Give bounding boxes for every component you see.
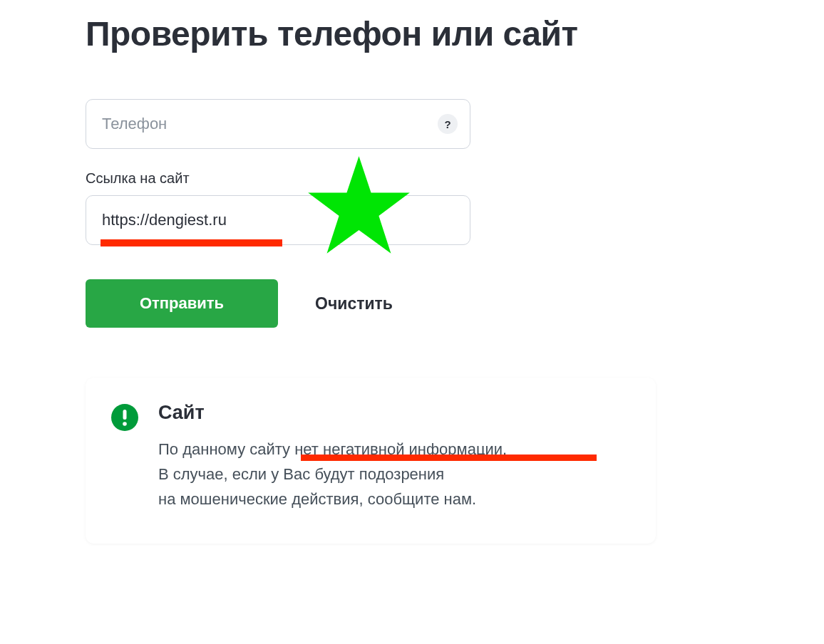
phone-input[interactable] (86, 99, 470, 149)
result-card: Сайт По данному сайту нет негативной инф… (86, 378, 656, 544)
result-line-3: на мошенические действия, сообщите нам. (158, 487, 630, 511)
result-title: Сайт (158, 402, 630, 424)
annotation-underline-icon (101, 239, 282, 246)
site-field-label: Ссылка на сайт (86, 170, 738, 187)
annotation-underline-icon (301, 455, 597, 461)
svg-point-3 (123, 422, 127, 426)
phone-help-button[interactable]: ? (438, 114, 458, 134)
result-line-2: В случае, если у Вас будут подозрения (158, 462, 630, 487)
result-text: По данному сайту нет негативной информац… (158, 437, 630, 512)
site-field-group: Ссылка на сайт (86, 170, 738, 245)
svg-rect-2 (123, 410, 127, 420)
result-content: Сайт По данному сайту нет негативной инф… (158, 402, 630, 512)
clear-button[interactable]: Очистить (315, 294, 393, 313)
buttons-row: Отправить Очистить (86, 279, 738, 328)
exclamation-circle-icon (111, 404, 138, 431)
site-input-wrapper (86, 195, 470, 245)
submit-button[interactable]: Отправить (86, 279, 278, 328)
page-title: Проверить телефон или сайт (86, 14, 738, 53)
help-icon: ? (444, 118, 450, 130)
site-input[interactable] (86, 195, 470, 245)
phone-input-wrapper: ? (86, 99, 470, 149)
phone-field-group: ? (86, 99, 738, 149)
